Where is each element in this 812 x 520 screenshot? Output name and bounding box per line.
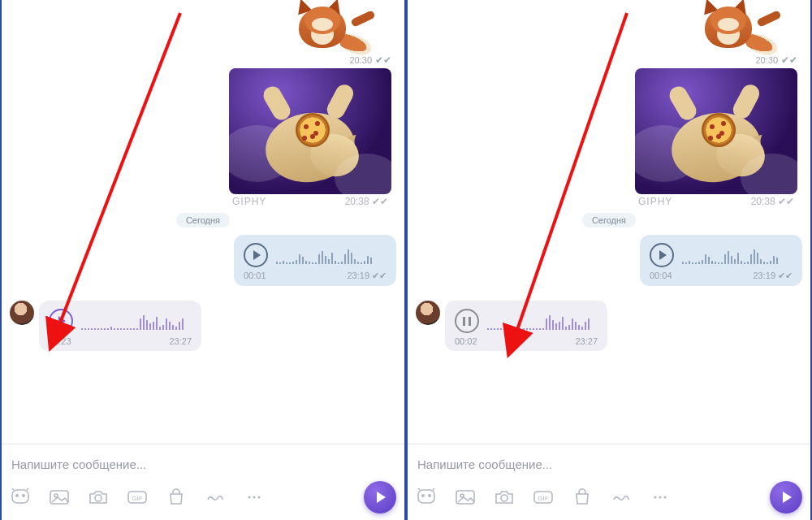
- gif-attachment[interactable]: [229, 68, 391, 194]
- gallery-icon[interactable]: [455, 488, 476, 506]
- message-composer: Напишите сообщение... GIF: [2, 444, 404, 520]
- shop-icon[interactable]: [572, 488, 593, 506]
- waveform[interactable]: [81, 312, 184, 330]
- sticker-icon[interactable]: [10, 488, 31, 506]
- voice-elapsed: 01:23: [49, 336, 71, 346]
- message-input[interactable]: Напишите сообщение...: [10, 453, 396, 481]
- message-input[interactable]: Напишите сообщение...: [416, 453, 802, 481]
- camera-icon[interactable]: [494, 488, 515, 506]
- svg-point-6: [95, 495, 102, 501]
- svg-point-14: [422, 495, 424, 496]
- camera-icon[interactable]: [88, 488, 109, 506]
- svg-point-3: [23, 495, 24, 496]
- pause-icon[interactable]: [455, 309, 479, 333]
- doodle-icon[interactable]: [611, 488, 632, 506]
- sticker-fox[interactable]: [697, 3, 770, 52]
- read-ticks-icon: ✔✔: [778, 196, 794, 207]
- message-timestamp: 23:19✔✔: [753, 271, 793, 281]
- more-icon[interactable]: [650, 488, 671, 506]
- message-timestamp: 23:19✔✔: [347, 271, 387, 281]
- gallery-icon[interactable]: [49, 488, 70, 506]
- read-ticks-icon: ✔✔: [372, 271, 387, 280]
- message-timestamp: 20:38 ✔✔: [345, 196, 388, 207]
- svg-point-23: [663, 496, 666, 498]
- gif-icon[interactable]: GIF: [127, 488, 148, 506]
- message-composer: Напишите сообщение... GIF: [408, 444, 810, 520]
- svg-text:GIF: GIF: [132, 495, 142, 502]
- svg-point-18: [501, 495, 508, 501]
- play-icon[interactable]: [650, 243, 674, 267]
- sticker-icon[interactable]: [416, 488, 437, 506]
- doodle-icon[interactable]: [205, 488, 226, 506]
- avatar[interactable]: [416, 301, 440, 325]
- screenshot-pane: 20:30 ✔✔ GIPHY 20:38 ✔✔: [406, 0, 812, 520]
- voice-message-incoming[interactable]: 01:23 23:27: [39, 301, 201, 351]
- svg-point-10: [253, 496, 255, 498]
- gif-icon[interactable]: GIF: [533, 488, 554, 506]
- voice-message-outgoing[interactable]: 00:04 23:19✔✔: [640, 235, 802, 286]
- svg-point-5: [54, 494, 58, 497]
- voice-elapsed: 00:01: [244, 271, 266, 281]
- gif-source-label: GIPHY: [638, 196, 672, 207]
- voice-message-incoming[interactable]: 00:02 23:27: [445, 301, 607, 351]
- gif-source-label: GIPHY: [232, 196, 266, 207]
- svg-point-11: [257, 496, 260, 498]
- waveform[interactable]: [487, 312, 590, 330]
- message-timestamp: 20:38 ✔✔: [751, 196, 794, 207]
- date-separator: Сегодня: [582, 213, 636, 228]
- svg-point-15: [429, 495, 430, 496]
- play-icon[interactable]: [49, 309, 73, 333]
- read-ticks-icon: ✔✔: [778, 271, 793, 280]
- more-icon[interactable]: [244, 488, 265, 506]
- svg-point-2: [16, 495, 18, 496]
- svg-point-21: [654, 496, 656, 498]
- svg-rect-13: [418, 490, 434, 503]
- waveform[interactable]: [276, 246, 372, 264]
- avatar[interactable]: [10, 301, 34, 325]
- waveform[interactable]: [682, 246, 778, 264]
- voice-message-outgoing[interactable]: 00:01 23:19✔✔: [234, 235, 396, 286]
- chat-scroll[interactable]: 20:30 ✔✔ GIPHY 20:38 ✔✔: [408, 0, 810, 444]
- chat-scroll[interactable]: 20:30 ✔✔ GIPHY 20:38 ✔✔: [2, 0, 404, 444]
- svg-point-22: [659, 496, 661, 498]
- message-timestamp: 23:27: [169, 336, 192, 346]
- svg-point-17: [460, 494, 464, 497]
- read-ticks-icon: ✔✔: [781, 54, 797, 66]
- voice-elapsed: 00:02: [455, 336, 477, 346]
- read-ticks-icon: ✔✔: [375, 54, 391, 66]
- voice-elapsed: 00:04: [650, 271, 672, 281]
- date-separator: Сегодня: [176, 213, 230, 228]
- svg-text:GIF: GIF: [538, 495, 548, 502]
- screenshot-pane: 20:30 ✔✔ GIPHY 20:38 ✔✔: [0, 0, 406, 520]
- play-icon[interactable]: [244, 243, 268, 267]
- send-voice-button[interactable]: [770, 481, 802, 514]
- message-timestamp: 23:27: [575, 336, 598, 346]
- send-voice-button[interactable]: [364, 481, 396, 514]
- svg-point-9: [248, 496, 250, 498]
- message-timestamp: 20:30 ✔✔: [349, 54, 396, 66]
- gif-attachment[interactable]: [635, 68, 797, 194]
- shop-icon[interactable]: [166, 488, 187, 506]
- read-ticks-icon: ✔✔: [372, 196, 388, 207]
- svg-rect-1: [12, 490, 28, 503]
- sticker-fox[interactable]: [291, 3, 364, 52]
- message-timestamp: 20:30 ✔✔: [755, 54, 802, 66]
